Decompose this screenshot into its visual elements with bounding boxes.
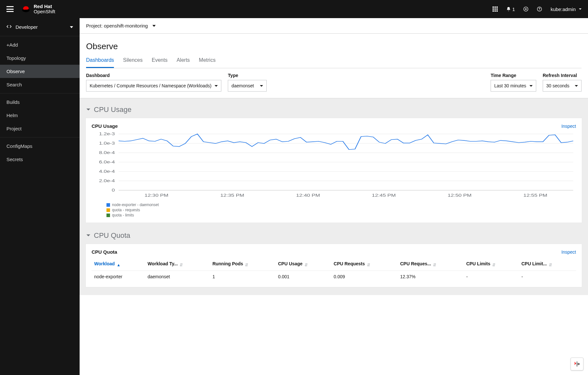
notifications-button[interactable]: 1 — [506, 6, 515, 12]
sort-icon: ⇵ — [180, 263, 183, 267]
svg-rect-6 — [496, 8, 498, 10]
help-button[interactable] — [537, 6, 542, 12]
inspect-link[interactable]: Inspect — [561, 124, 576, 129]
sidebar-item-builds[interactable]: Builds — [0, 95, 80, 109]
table-cell: - — [464, 271, 519, 283]
svg-text:0: 0 — [112, 188, 115, 193]
column-header[interactable]: CPU Requests⇵ — [331, 258, 397, 271]
column-header[interactable]: CPU Reques...⇵ — [397, 258, 463, 271]
page-title: Observe — [86, 41, 582, 51]
svg-rect-8 — [494, 10, 496, 12]
sort-icon: ⇵ — [549, 263, 552, 267]
column-header[interactable]: Workload Ty...⇵ — [145, 258, 210, 271]
masthead: Red Hat OpenShift 1 kube:admin — [0, 0, 588, 18]
hamburger-menu-button[interactable] — [6, 6, 14, 12]
project-bar: Project: openshift-monitoring — [80, 18, 588, 34]
svg-text:4.0e-4: 4.0e-4 — [99, 170, 115, 174]
notification-count: 1 — [512, 6, 515, 12]
brand-text: Red Hat OpenShift — [34, 4, 55, 14]
tab-dashboards[interactable]: Dashboards — [86, 57, 114, 68]
chevron-down-icon — [152, 23, 156, 28]
svg-rect-5 — [494, 8, 496, 10]
bell-icon — [506, 6, 511, 12]
tab-events[interactable]: Events — [152, 57, 168, 68]
section-toggle-cpu-quota[interactable]: CPU Quota — [85, 229, 582, 244]
column-header[interactable]: CPU Limit...⇵ — [519, 258, 576, 271]
accessibility-badge-button[interactable] — [571, 358, 583, 370]
sidebar-item-configmaps[interactable]: ConfigMaps — [0, 139, 80, 153]
perspective-label: Developer — [16, 24, 38, 30]
svg-text:12:55 PM: 12:55 PM — [523, 193, 547, 198]
import-button[interactable] — [523, 6, 528, 12]
column-header[interactable]: Running Pods⇵ — [210, 258, 275, 271]
sidebar-item-topology[interactable]: Topology — [0, 51, 80, 65]
cpu-quota-table: Workload▲Workload Ty...⇵Running Pods⇵CPU… — [92, 258, 576, 282]
legend-item[interactable]: quota - limits — [106, 213, 576, 217]
user-name: kube:admin — [550, 6, 576, 12]
legend-label: node-exporter - daemonset — [112, 203, 159, 207]
dashboard-select[interactable]: Kubernetes / Compute Resources / Namespa… — [86, 80, 221, 92]
table-cell: 1 — [210, 271, 275, 283]
perspective-switcher[interactable]: Developer — [0, 18, 80, 36]
sidebar-item-search[interactable]: Search — [0, 78, 80, 91]
legend-swatch-icon — [106, 214, 110, 217]
refresh-select[interactable]: 30 seconds — [543, 80, 582, 92]
legend-label: quota - limits — [112, 213, 134, 217]
svg-point-12 — [539, 10, 540, 11]
legend-item[interactable]: node-exporter - daemonset — [106, 203, 576, 207]
type-label: Type — [228, 73, 267, 78]
column-header[interactable]: CPU Limits⇵ — [464, 258, 519, 271]
table-row: node-exporterdaemonset10.0010.00912.37%-… — [92, 271, 576, 283]
legend-item[interactable]: quota - requests — [106, 208, 576, 212]
section-toggle-cpu-usage[interactable]: CPU Usage — [85, 103, 582, 118]
dashboard-controls: Dashboard Kubernetes / Compute Resources… — [80, 68, 588, 98]
redhat-fedora-icon — [21, 5, 30, 14]
plus-circle-icon — [523, 6, 528, 12]
sidebar-item-observe[interactable]: Observe — [0, 65, 80, 78]
svg-rect-4 — [493, 8, 494, 10]
sort-icon: ⇵ — [433, 263, 436, 267]
chevron-down-icon — [86, 107, 91, 112]
app-launcher-icon[interactable] — [493, 6, 498, 12]
column-header[interactable]: Workload▲ — [92, 258, 145, 271]
chart-legend: node-exporter - daemonsetquota - request… — [106, 203, 576, 217]
table-cell: 0.009 — [331, 271, 397, 283]
section-title-cpu-usage: CPU Usage — [94, 105, 131, 114]
type-select[interactable]: daemonset — [228, 80, 267, 92]
sidebar-nav: +AddTopologyObserveSearchBuildsHelmProje… — [0, 36, 80, 168]
sidebar-item-helm[interactable]: Helm — [0, 109, 80, 122]
sidebar-item-secrets[interactable]: Secrets — [0, 153, 80, 166]
svg-text:8.0e-4: 8.0e-4 — [99, 151, 115, 155]
card-cpu-quota: CPU Quota Inspect Workload▲Workload Ty..… — [85, 244, 582, 287]
sort-asc-icon: ▲ — [117, 263, 121, 267]
legend-label: quota - requests — [112, 208, 140, 212]
tab-alerts[interactable]: Alerts — [177, 57, 190, 68]
timerange-select[interactable]: Last 30 minutes — [491, 80, 536, 92]
sidebar: Developer +AddTopologyObserveSearchBuild… — [0, 18, 80, 375]
sidebar-item-project[interactable]: Project — [0, 122, 80, 135]
legend-swatch-icon — [106, 203, 110, 207]
svg-text:1.2e-3: 1.2e-3 — [99, 132, 115, 136]
section-title-cpu-quota: CPU Quota — [94, 231, 130, 240]
card-title: CPU Quota — [92, 249, 117, 255]
column-header[interactable]: CPU Usage⇵ — [275, 258, 331, 271]
tab-silences[interactable]: Silences — [123, 57, 142, 68]
sort-icon: ⇵ — [367, 263, 370, 267]
card-title: CPU Usage — [92, 123, 118, 129]
inspect-link[interactable]: Inspect — [561, 249, 576, 255]
question-circle-icon — [537, 6, 542, 12]
user-menu-button[interactable]: kube:admin — [550, 6, 582, 12]
tab-metrics[interactable]: Metrics — [199, 57, 216, 68]
table-cell: - — [519, 271, 576, 283]
main-content: Project: openshift-monitoring Observe Da… — [80, 18, 588, 375]
svg-text:12:45 PM: 12:45 PM — [372, 193, 396, 198]
svg-rect-9 — [496, 10, 498, 12]
svg-text:2.0e-4: 2.0e-4 — [99, 179, 115, 183]
svg-text:12:40 PM: 12:40 PM — [296, 193, 320, 198]
sidebar-item--add[interactable]: +Add — [0, 38, 80, 51]
dashboard-label: Dashboard — [86, 73, 221, 78]
brand-logo[interactable]: Red Hat OpenShift — [21, 4, 55, 14]
refresh-select-value: 30 seconds — [546, 83, 570, 88]
project-selector[interactable]: Project: openshift-monitoring — [86, 23, 156, 28]
table-cell: node-exporter — [92, 271, 145, 283]
